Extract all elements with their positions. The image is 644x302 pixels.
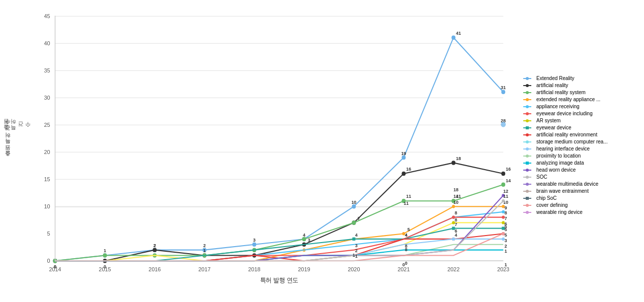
svg-point-174 — [526, 183, 529, 186]
svg-text:0: 0 — [47, 258, 50, 264]
svg-point-180 — [526, 204, 529, 207]
svg-text:2: 2 — [203, 243, 206, 248]
svg-point-75 — [302, 237, 306, 241]
chart-legend: Extended Reality artificial reality arti… — [523, 5, 639, 277]
svg-text:3: 3 — [253, 238, 256, 243]
svg-point-57 — [401, 172, 406, 176]
svg-point-36 — [352, 204, 356, 208]
svg-text:5: 5 — [505, 232, 507, 237]
svg-point-182 — [526, 211, 529, 214]
svg-point-164 — [526, 147, 529, 150]
svg-text:2016: 2016 — [148, 266, 160, 272]
legend-item-wearable-multimedia: wearable multimedia device — [523, 181, 636, 187]
chart-svg: .grid-line { stroke: #e0e0e0; stroke-wid… — [30, 5, 518, 277]
svg-text:3: 3 — [308, 238, 310, 243]
svg-text:0: 0 — [403, 262, 405, 267]
svg-text:25: 25 — [44, 122, 50, 128]
svg-text:18: 18 — [456, 156, 461, 161]
svg-text:1: 1 — [353, 252, 355, 257]
chart-container: 출원 특허 건 수 .grid-line { stroke: #e0e0e0; … — [0, 0, 644, 302]
svg-point-39 — [501, 90, 505, 94]
svg-text:15: 15 — [44, 176, 50, 182]
legend-item-ar-system-full: artificial reality system — [523, 90, 636, 95]
svg-text:3: 3 — [355, 243, 358, 248]
svg-text:2022: 2022 — [447, 266, 459, 272]
series-soc — [55, 201, 503, 261]
svg-text:4: 4 — [405, 232, 408, 237]
svg-text:2021: 2021 — [397, 266, 410, 272]
svg-text:8: 8 — [455, 210, 457, 215]
svg-point-150 — [526, 98, 529, 101]
svg-point-148 — [526, 91, 529, 94]
legend-item-hearing: hearing interface device — [523, 146, 636, 152]
svg-rect-105 — [352, 238, 355, 241]
svg-text:4: 4 — [355, 232, 358, 237]
svg-text:1: 1 — [505, 262, 507, 267]
svg-text:2018: 2018 — [248, 266, 260, 272]
svg-text:2019: 2019 — [298, 266, 310, 272]
svg-text:5: 5 — [47, 231, 50, 237]
svg-text:9: 9 — [505, 205, 507, 210]
svg-text:1: 1 — [355, 254, 358, 259]
svg-point-146 — [526, 84, 529, 87]
svg-point-176 — [526, 190, 529, 193]
legend-item-extended-reality: Extended Reality — [523, 76, 636, 81]
x-axis-label: 특허 발행 연도 — [260, 276, 298, 283]
svg-text:2: 2 — [153, 243, 156, 248]
legend-item-chip-soc: chip SoC — [523, 195, 636, 201]
svg-point-58 — [451, 161, 455, 165]
svg-text:16: 16 — [506, 167, 511, 172]
svg-text:0: 0 — [104, 264, 106, 269]
svg-point-34 — [252, 242, 256, 246]
legend-item-storage: storage medium computer rea... — [523, 139, 636, 144]
svg-point-160 — [526, 133, 529, 136]
svg-text:1: 1 — [104, 248, 106, 253]
svg-point-170 — [526, 169, 529, 172]
svg-point-120 — [502, 199, 505, 202]
svg-text:45: 45 — [44, 13, 50, 19]
legend-item-soc: SOC — [523, 174, 636, 180]
svg-text:16: 16 — [406, 167, 411, 172]
svg-point-166 — [526, 155, 529, 158]
svg-text:40: 40 — [44, 40, 50, 46]
svg-text:19: 19 — [401, 150, 406, 156]
svg-text:14: 14 — [506, 178, 511, 183]
svg-point-76 — [352, 220, 356, 224]
svg-point-71 — [103, 253, 107, 257]
svg-text:41: 41 — [456, 31, 461, 36]
legend-item-ar-sys: AR system — [523, 118, 636, 123]
series-artificial-reality — [55, 163, 503, 261]
svg-text:31: 31 — [501, 85, 506, 90]
svg-text:10: 10 — [44, 203, 50, 209]
legend-item-era: extended reality appliance ... — [523, 97, 636, 102]
svg-point-156 — [526, 119, 529, 122]
y-axis-label-text: 출원특허건수 — [3, 10, 31, 247]
legend-item-analyzing: analyzing image data — [523, 160, 636, 166]
svg-point-152 — [526, 105, 529, 108]
svg-text:7: 7 — [455, 222, 457, 227]
svg-text:11: 11 — [406, 194, 411, 199]
legend-item-headworn: head worn device — [523, 167, 636, 173]
svg-text:2020: 2020 — [348, 266, 360, 272]
svg-text:3: 3 — [505, 238, 507, 243]
svg-text:20: 20 — [44, 149, 50, 155]
legend-item-cover: cover defining — [523, 202, 636, 208]
series-headworn — [55, 195, 503, 261]
svg-point-162 — [526, 140, 529, 143]
svg-text:5: 5 — [505, 223, 507, 229]
svg-text:2023: 2023 — [497, 266, 509, 272]
legend-item-artificial-reality: artificial reality — [523, 83, 636, 88]
svg-text:5: 5 — [408, 227, 410, 232]
svg-text:4: 4 — [455, 232, 458, 237]
svg-text:10: 10 — [453, 200, 458, 205]
svg-point-88 — [452, 205, 455, 208]
svg-text:8: 8 — [505, 210, 507, 215]
svg-point-116 — [452, 238, 455, 241]
svg-text:10: 10 — [351, 200, 356, 205]
svg-text:11: 11 — [404, 201, 409, 206]
svg-text:18: 18 — [453, 187, 458, 192]
svg-point-59 — [501, 172, 505, 176]
svg-text:11: 11 — [503, 194, 508, 199]
svg-text:2: 2 — [505, 243, 507, 248]
svg-rect-158 — [526, 126, 529, 129]
